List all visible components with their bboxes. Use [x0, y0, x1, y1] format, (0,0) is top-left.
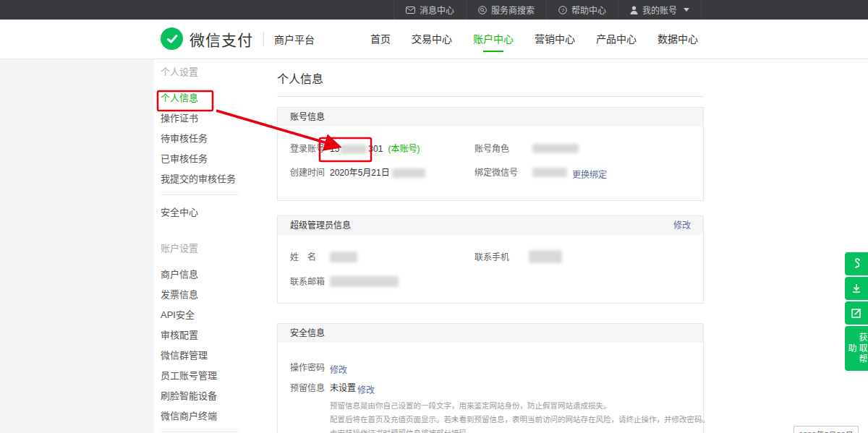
topbar-menu: 消息中心 服务商搜索 ? 帮助中心 我的账号 [393, 0, 702, 20]
brand[interactable]: 微信支付 商户平台 [161, 27, 315, 50]
brand-portal: 商户平台 [274, 32, 315, 46]
nav-marketing-center[interactable]: 营销中心 [529, 20, 580, 59]
nav-product-center[interactable]: 产品中心 [591, 20, 642, 59]
reserved-info-description: 预留信息是由你自己设置的一段文字，用来鉴定网站身份，防止假冒网站造成损失。 配置… [330, 399, 710, 433]
created-time-label: 创建时间 [290, 168, 325, 178]
reserved-info-label: 预留信息 [290, 383, 325, 393]
redacted-phone [529, 250, 562, 263]
redacted-login-middle [341, 145, 367, 154]
main-content: 个人信息 账号信息 登录账号 15 301 (本账号) 账号角色 创建时间 20… [277, 67, 704, 433]
brand-divider [263, 32, 264, 46]
sidebar-divider [161, 194, 239, 195]
link-icon [851, 258, 862, 270]
topbar-item-message-center[interactable]: 消息中心 [393, 0, 466, 20]
topbar-item-label: 服务商搜索 [491, 4, 535, 16]
page: 消息中心 服务商搜索 ? 帮助中心 我的账号 微信支付 商户 [0, 0, 868, 433]
nav-transaction-center[interactable]: 交易中心 [407, 20, 457, 59]
sidebar-item-operation-certificate[interactable]: 操作证书 [161, 113, 247, 123]
svg-text:?: ? [561, 7, 564, 13]
chevron-down-icon [684, 8, 689, 12]
name-label: 姓 名 [290, 252, 316, 262]
topbar-item-label: 帮助中心 [571, 4, 606, 16]
edit-password-link[interactable]: 修改 [330, 363, 347, 375]
description-line: 配置后将在首页及充值页面显示。若未看到预留信息，表明当前访问的网站存在风险，请终… [330, 413, 710, 426]
account-info-header: 账号信息 [278, 108, 703, 127]
get-help-button[interactable]: 获取帮助 [845, 326, 868, 371]
login-account-value: 15 301 (本账号) [330, 142, 420, 156]
topbar-item-help-center[interactable]: ? 帮助中心 [546, 0, 618, 20]
floating-toolbar: 获取帮助 [845, 252, 868, 371]
edit-icon [851, 307, 862, 319]
sidebar-item-security-center[interactable]: 安全中心 [161, 207, 247, 217]
super-admin-header: 超级管理员信息 修改 [278, 216, 703, 235]
sidebar-item-review-config[interactable]: 审核配置 [161, 330, 247, 340]
sidebar-item-invoice-info[interactable]: 发票信息 [161, 290, 247, 299]
sidebar-item-merchant-terminal[interactable]: 微信商户终端 [161, 411, 247, 421]
user-icon [630, 6, 638, 14]
reserved-info-value: 未设置 [330, 383, 356, 393]
feedback-button[interactable] [845, 301, 868, 325]
search-circle-icon [478, 6, 487, 14]
topbar-item-label: 消息中心 [420, 4, 454, 16]
wechat-pay-logo-icon [161, 27, 183, 50]
sidebar-item-my-submitted-tasks[interactable]: 我提交的审核任务 [161, 174, 247, 184]
download-icon [851, 283, 862, 294]
nav-data-center[interactable]: 数据中心 [652, 20, 703, 59]
sidebar-item-staff-account-mgmt[interactable]: 员工账号管理 [161, 371, 247, 380]
description-line: 预留信息是由你自己设置的一段文字，用来鉴定网站身份，防止假冒网站造成损失。 [330, 399, 710, 413]
edit-admin-link[interactable]: 修改 [673, 216, 691, 235]
nav-account-center[interactable]: 账户中心 [468, 20, 519, 59]
brand-name: 微信支付 [190, 28, 253, 50]
question-circle-icon: ? [558, 6, 567, 14]
super-admin-section: 超级管理员信息 修改 姓 名 联系手机 联系邮箱 [277, 215, 704, 304]
sidebar-item-merchant-info[interactable]: 商户信息 [161, 270, 247, 279]
account-role-label: 账号角色 [475, 144, 509, 154]
created-date: 2020年5月21日 [330, 168, 390, 178]
sidebar-divider [161, 432, 239, 432]
nav-home[interactable]: 首页 [365, 20, 396, 59]
login-account-label: 登录账号 [290, 144, 325, 154]
sidebar-item-face-device[interactable]: 刷脸智能设备 [161, 391, 247, 400]
sidebar-item-pending-review-tasks[interactable]: 待审核任务 [161, 134, 247, 143]
left-gray-column [0, 59, 154, 433]
header: 微信支付 商户平台 首页 交易中心 账户中心 营销中心 产品中心 数据中心 [0, 20, 868, 59]
contact-email-label: 联系邮箱 [290, 277, 325, 287]
bound-wechat-label: 绑定微信号 [475, 168, 518, 178]
title-divider [277, 96, 704, 97]
page-title: 个人信息 [277, 72, 704, 87]
sidebar-section-personal-settings: 个人设置 [161, 67, 247, 77]
sidebar-item-personal-info[interactable]: 个人信息 [161, 93, 247, 103]
current-account-tag: (本账号) [388, 144, 420, 154]
edit-reserved-link[interactable]: 修改 [357, 383, 375, 395]
description-line: 未安装操作证书时预留信息将被部分掩码。 [330, 426, 710, 433]
redacted-created-time [392, 168, 425, 178]
quick-link-button[interactable] [845, 252, 868, 275]
section-title: 超级管理员信息 [290, 216, 351, 235]
rebind-link[interactable]: 更换绑定 [572, 168, 607, 180]
account-info-section: 账号信息 登录账号 15 301 (本账号) 账号角色 创建时间 2020年5月… [277, 107, 704, 201]
section-title: 安全信息 [290, 324, 325, 343]
sidebar-section-account-settings: 账户设置 [161, 244, 247, 253]
main-nav: 首页 交易中心 账户中心 营销中心 产品中心 数据中心 [365, 20, 703, 59]
redacted-wechat-id [532, 168, 567, 177]
login-prefix: 15 [330, 144, 339, 154]
created-time-value: 2020年5月21日 [330, 166, 425, 180]
envelope-icon [406, 7, 415, 14]
sidebar: 个人设置 个人信息 操作证书 待审核任务 已审核任务 我提交的审核任务 安全中心… [161, 67, 247, 433]
security-info-section: 安全信息 操作密码 修改 预留信息 未设置 修改 预留信息是由你自己设置的一段文… [277, 323, 704, 433]
topbar-item-provider-search[interactable]: 服务商搜索 [466, 0, 546, 20]
topbar: 消息中心 服务商搜索 ? 帮助中心 我的账号 [0, 0, 868, 20]
download-button[interactable] [845, 277, 868, 300]
sidebar-item-reviewed-tasks[interactable]: 已审核任务 [161, 154, 247, 163]
contact-phone-label: 联系手机 [475, 252, 509, 262]
security-info-header: 安全信息 [278, 324, 703, 343]
redacted-name [330, 252, 357, 262]
topbar-item-label: 我的账号 [642, 4, 677, 16]
sidebar-item-api-security[interactable]: API安全 [161, 310, 247, 320]
date-chip: 2020年5月22日 [793, 426, 859, 433]
sidebar-item-wechat-group-mgmt[interactable]: 微信群管理 [161, 351, 247, 360]
section-title: 账号信息 [290, 108, 325, 127]
topbar-item-my-account[interactable]: 我的账号 [618, 0, 702, 20]
login-suffix: 301 [368, 144, 383, 154]
redacted-account-role [532, 144, 579, 153]
